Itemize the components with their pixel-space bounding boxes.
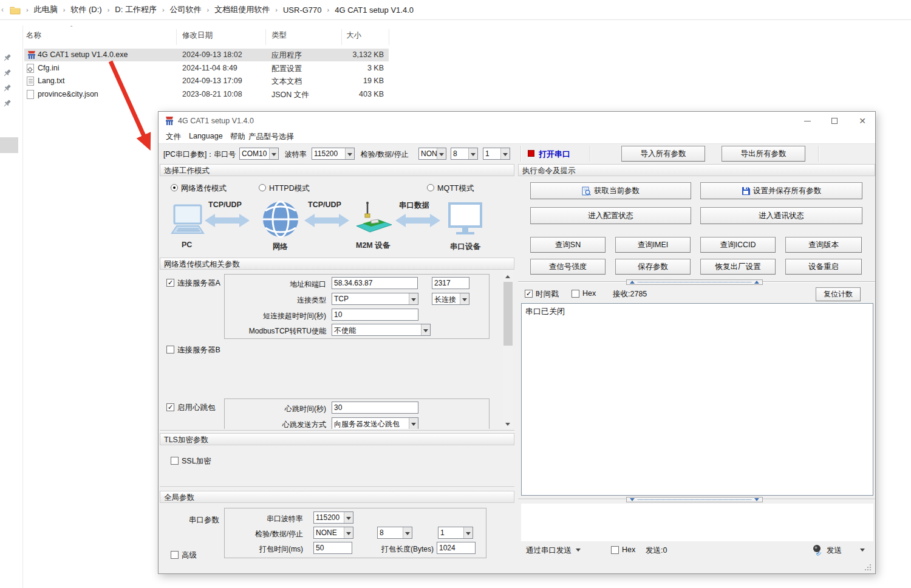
stop-bits-select[interactable]: 1 <box>483 148 510 160</box>
menu-language[interactable]: Language <box>189 132 223 140</box>
global-data-bits-select[interactable]: 8 <box>377 527 412 539</box>
global-stop-bits-select[interactable]: 1 <box>438 527 473 539</box>
heartbeat-mode-select[interactable]: 向服务器发送心跳包 <box>332 417 418 429</box>
advanced-checkbox[interactable] <box>171 551 179 559</box>
export-all-params-button[interactable]: 导出所有参数 <box>722 146 805 162</box>
parity-select[interactable]: NONI <box>418 148 446 160</box>
send-via-serial-dropdown[interactable]: 通过串口发送 <box>526 545 581 556</box>
breadcrumb-item[interactable]: 公司软件 <box>170 4 202 15</box>
column-header-size[interactable]: 大小 <box>346 30 361 41</box>
file-row-exe[interactable]: 4G CAT1 setup V1.4.0.exe 2024-09-13 18:0… <box>24 49 389 61</box>
close-button[interactable]: ✕ <box>849 112 876 130</box>
server-a-checkbox[interactable] <box>166 279 174 287</box>
chevron-down-icon <box>344 512 353 523</box>
factory-reset-button[interactable]: 恢复出厂设置 <box>700 259 776 275</box>
column-header-name[interactable]: 名称 <box>26 30 41 41</box>
scroll-down-icon[interactable] <box>503 419 513 429</box>
pack-time-input[interactable] <box>313 542 352 554</box>
column-header-date[interactable]: 修改日期 <box>182 30 213 41</box>
breadcrumb-item[interactable]: D: 工作程序 <box>115 4 157 15</box>
conn-type-select[interactable]: TCP <box>332 293 418 305</box>
query-version-button[interactable]: 查询版本 <box>785 237 862 253</box>
short-timeout-input[interactable] <box>332 309 418 321</box>
get-current-params-button[interactable]: 获取当前参数 <box>530 182 691 199</box>
minimize-button[interactable] <box>794 112 821 130</box>
file-date: 2024-09-13 18:02 <box>182 50 242 59</box>
recv-hex-checkbox[interactable] <box>572 290 579 298</box>
save-params-button[interactable]: 保存参数 <box>615 259 691 275</box>
enter-config-state-button[interactable]: 进入配置状态 <box>530 207 691 224</box>
open-serial-button[interactable]: 打开串口 <box>539 149 570 160</box>
breadcrumb-item[interactable]: 软件 (D:) <box>70 4 101 15</box>
chevron-down-icon <box>463 527 473 538</box>
set-save-all-params-button[interactable]: 设置并保存所有参数 <box>700 182 862 199</box>
timestamp-checkbox[interactable] <box>525 290 533 298</box>
query-signal-button[interactable]: 查信号强度 <box>530 259 606 275</box>
menu-file[interactable]: 文件 <box>166 132 181 142</box>
pc-label: PC <box>182 241 192 249</box>
chevron-down-icon <box>345 148 354 159</box>
arrow-icon <box>395 213 440 228</box>
menu-help[interactable]: 帮助 <box>230 132 245 142</box>
query-sn-button[interactable]: 查询SN <box>530 237 606 253</box>
menu-product-select[interactable]: 产品型号选择 <box>248 132 294 142</box>
chevron-down-icon <box>409 418 418 429</box>
column-header-type[interactable]: 类型 <box>271 30 287 41</box>
pack-length-input[interactable] <box>437 542 476 554</box>
send-options-dropdown[interactable] <box>860 549 865 554</box>
splitter-handle[interactable] <box>626 279 763 285</box>
file-row-txt[interactable]: Lang.txt 2024-09-13 17:09 文本文档 19 KB <box>24 75 389 87</box>
breadcrumb-item[interactable]: 文档组使用软件 <box>214 4 270 15</box>
resize-grip[interactable] <box>864 564 872 571</box>
breadcrumb-item[interactable]: 4G CAT1 setup V1.4.0 <box>335 5 414 15</box>
toolbar: [PC串口参数]：串口号 COM10 波特率 115200 检验/数据/停止 N… <box>159 143 875 163</box>
ssl-checkbox[interactable] <box>171 457 179 465</box>
scroll-up-icon[interactable] <box>503 270 513 280</box>
server-a-port-input[interactable] <box>432 277 469 289</box>
serial-device-label: 串口设备 <box>450 242 480 252</box>
mode-net-transparent-radio[interactable] <box>171 184 178 191</box>
send-hex-checkbox[interactable] <box>611 546 619 554</box>
enter-comm-state-button[interactable]: 进入通讯状态 <box>700 207 862 224</box>
server-b-checkbox[interactable] <box>166 346 174 354</box>
data-bits-select[interactable]: 8 <box>451 148 478 160</box>
baud-select[interactable]: 115200 <box>312 148 355 160</box>
receive-log-area[interactable]: 串口已关闭 <box>521 303 873 496</box>
heartbeat-checkbox[interactable] <box>166 403 174 411</box>
com-port-select[interactable]: COM10 <box>239 148 279 160</box>
scrollbar-thumb[interactable] <box>503 282 513 346</box>
query-iccid-button[interactable]: 查询ICCID <box>700 237 776 253</box>
send-button[interactable]: 发送 <box>827 545 842 556</box>
app-exe-icon <box>27 50 36 60</box>
query-imei-button[interactable]: 查询IMEI <box>615 237 691 253</box>
title-bar[interactable]: 4G CAT1 setup V1.4.0 ✕ <box>159 112 875 130</box>
doc-search-icon <box>582 186 591 196</box>
splitter-handle[interactable] <box>626 497 763 502</box>
send-input-area[interactable] <box>521 504 873 541</box>
device-restart-button[interactable]: 设备重启 <box>785 259 862 275</box>
global-baud-select[interactable]: 115200 <box>313 511 353 524</box>
file-row-ini[interactable]: Cfg.ini 2024-11-04 8:49 配置设置 3 KB <box>24 62 389 75</box>
file-size: 3 KB <box>330 64 384 72</box>
server-a-address-input[interactable] <box>332 277 418 289</box>
reset-counter-button[interactable]: 复位计数 <box>816 287 861 301</box>
baud-label: 波特率 <box>285 149 307 160</box>
breadcrumb-item[interactable]: 此电脑 <box>34 4 58 15</box>
mode-httpd-radio[interactable] <box>259 184 266 191</box>
chevron-down-icon <box>576 549 581 554</box>
global-parity-select[interactable]: NONE <box>313 527 353 539</box>
mode-mqtt-radio[interactable] <box>427 184 434 191</box>
chevron-down-icon <box>437 148 446 159</box>
nav-back-icon[interactable]: ‹ <box>1 5 4 14</box>
network-label: 网络 <box>273 242 288 252</box>
maximize-button[interactable] <box>821 112 848 130</box>
file-row-json[interactable]: province&city.json 2023-08-21 10:08 JSON… <box>24 88 389 101</box>
conn-mode-select[interactable]: 长连接 <box>432 293 469 305</box>
m2m-device-icon <box>354 202 394 237</box>
breadcrumb-item[interactable]: USR-G770 <box>283 5 322 15</box>
heartbeat-time-input[interactable] <box>332 402 418 414</box>
import-all-params-button[interactable]: 导入所有参数 <box>621 146 705 162</box>
net-params-scrollbar[interactable] <box>503 270 513 429</box>
modbus-select[interactable]: 不使能 <box>332 324 431 336</box>
gear-icon <box>27 67 33 72</box>
